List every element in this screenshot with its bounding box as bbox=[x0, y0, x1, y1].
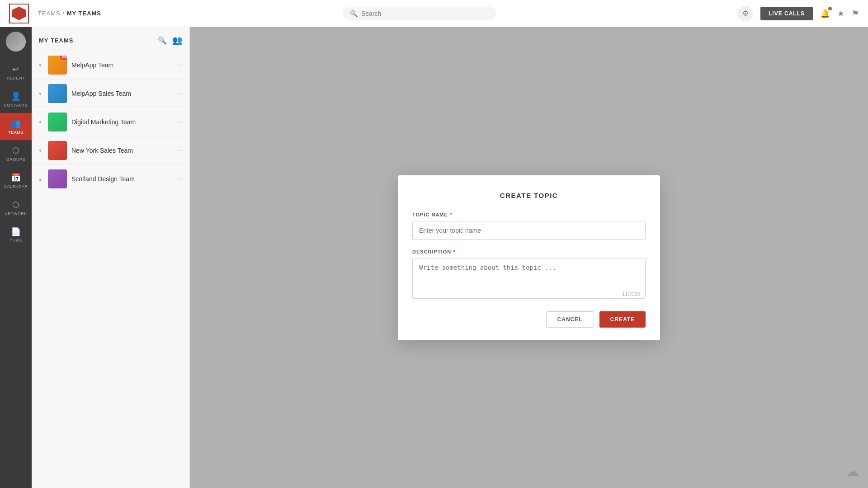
teams-search-button[interactable]: 🔍 bbox=[158, 36, 167, 45]
sidebar-item-teams[interactable]: 👥 TEAMS bbox=[0, 113, 32, 140]
bell-icon: 🔔 bbox=[820, 9, 830, 18]
chevron-down-icon: ▼ bbox=[38, 148, 43, 153]
panel-actions: 🔍 👥 bbox=[158, 35, 182, 45]
teams-icon: 👥 bbox=[11, 118, 21, 128]
team-more-button[interactable]: ··· bbox=[177, 175, 183, 183]
topic-name-input[interactable] bbox=[412, 221, 646, 240]
team-item[interactable]: ▼ New York Sales Team ··· bbox=[32, 136, 189, 165]
sidebar-item-recent[interactable]: ↩ RECENT bbox=[0, 59, 32, 86]
cancel-button[interactable]: CANCEL bbox=[546, 311, 594, 328]
live-calls-button[interactable]: LIVE CALLS bbox=[760, 7, 813, 20]
logo-icon bbox=[12, 7, 26, 20]
team-thumbnail bbox=[48, 169, 67, 188]
create-button[interactable]: CREATE bbox=[599, 311, 646, 328]
notification-badge bbox=[828, 7, 832, 10]
recent-icon: ↩ bbox=[12, 64, 19, 74]
contacts-icon: 👤 bbox=[11, 91, 21, 101]
avatar-image bbox=[6, 32, 26, 52]
sidebar-item-label: CONTACTS bbox=[4, 103, 28, 108]
sidebar-item-label: TEAMS bbox=[8, 130, 24, 135]
sidebar-item-calendar[interactable]: 📅 CALENDAR bbox=[0, 167, 32, 194]
calendar-icon: 📅 bbox=[11, 173, 21, 183]
groups-icon: ⬡ bbox=[12, 145, 20, 155]
sidebar-item-contacts[interactable]: 👤 CONTACTS bbox=[0, 86, 32, 113]
team-more-button[interactable]: ··· bbox=[177, 146, 183, 155]
flag-icon: ⚑ bbox=[852, 9, 859, 18]
modal-title: CREATE TOPIC bbox=[412, 192, 646, 199]
sidebar-item-groups[interactable]: ⬡ GrouPs bbox=[0, 140, 32, 167]
breadcrumb-teams: TEAMS bbox=[38, 10, 61, 17]
sidebar-item-label: RECENT bbox=[7, 76, 25, 80]
topnav: TEAMS / MY TEAMS 🔍 ⚙ LIVE CALLS 🔔 ★ ⚑ bbox=[0, 0, 868, 27]
teams-panel-header: MY TEAMS 🔍 👥 bbox=[32, 27, 189, 51]
sidebar-item-label: FILES bbox=[9, 239, 22, 243]
team-thumbnail bbox=[48, 84, 67, 103]
star-icon: ★ bbox=[837, 9, 844, 18]
team-thumbnail: Go bbox=[48, 56, 67, 75]
sidebar-item-network[interactable]: ⬡ NetWorK bbox=[0, 194, 32, 221]
team-name: MelpApp Sales Team bbox=[71, 90, 173, 97]
search-box[interactable]: 🔍 bbox=[343, 7, 496, 20]
search-icon: 🔍 bbox=[350, 10, 358, 17]
breadcrumb-active: MY TEAMS bbox=[67, 10, 101, 17]
team-name: New York Sales Team bbox=[71, 147, 173, 154]
flag-button[interactable]: ⚑ bbox=[852, 9, 859, 19]
team-thumbnail bbox=[48, 113, 67, 131]
team-name: MelpApp Team bbox=[71, 61, 173, 69]
sidebar-item-label: GrouPs bbox=[6, 157, 25, 162]
search-input[interactable] bbox=[361, 10, 489, 17]
sidebar-item-label: NetWorK bbox=[5, 211, 27, 216]
description-wrapper: 110/300 bbox=[412, 258, 646, 300]
network-icon: ⬡ bbox=[12, 200, 20, 210]
team-item[interactable]: ▼ MelpApp Sales Team ··· bbox=[32, 80, 189, 108]
sidebar-item-label: CALENDAR bbox=[4, 184, 28, 189]
create-topic-modal: CREATE TOPIC TOPIC NAME * DESCRIPTION * … bbox=[398, 175, 660, 340]
team-more-button[interactable]: ··· bbox=[177, 118, 183, 126]
gear-button[interactable]: ⚙ bbox=[738, 6, 753, 21]
content-area: ☁ SELECT A TEAM TO CONNECT Select teams … bbox=[190, 27, 868, 488]
files-icon: 📄 bbox=[11, 227, 21, 237]
sidebar-item-files[interactable]: 📄 FILES bbox=[0, 221, 32, 249]
team-item[interactable]: ▼ Digital Marketing Team ··· bbox=[32, 108, 189, 136]
topnav-right: ⚙ LIVE CALLS 🔔 ★ ⚑ bbox=[738, 6, 859, 21]
team-badge: Go bbox=[60, 56, 67, 60]
team-list: ▼ Go MelpApp Team ··· ▼ MelpApp Sales Te… bbox=[32, 51, 189, 488]
required-star: * bbox=[453, 249, 455, 254]
main-layout: ↩ RECENT 👤 CONTACTS 👥 TEAMS ⬡ GrouPs 📅 C… bbox=[0, 27, 868, 488]
teams-add-button[interactable]: 👥 bbox=[172, 35, 182, 45]
search-bar: 🔍 bbox=[101, 7, 738, 20]
chevron-down-icon: ▼ bbox=[38, 91, 43, 96]
breadcrumb-sep: / bbox=[61, 10, 67, 17]
modal-actions: CANCEL CREATE bbox=[412, 311, 646, 328]
teams-panel-title: MY TEAMS bbox=[39, 37, 73, 44]
team-name: Scotland Design Team bbox=[71, 175, 173, 183]
modal-overlay: CREATE TOPIC TOPIC NAME * DESCRIPTION * … bbox=[190, 27, 868, 488]
app-logo bbox=[9, 4, 29, 23]
avatar bbox=[6, 32, 26, 52]
gear-icon: ⚙ bbox=[742, 9, 749, 18]
chevron-down-icon: ▼ bbox=[38, 120, 43, 125]
chevron-down-icon: ▼ bbox=[38, 63, 43, 68]
breadcrumb: TEAMS / MY TEAMS bbox=[38, 10, 101, 17]
description-textarea[interactable] bbox=[412, 258, 646, 299]
team-item[interactable]: ▲ Scotland Design Team ··· bbox=[32, 165, 189, 193]
star-button[interactable]: ★ bbox=[837, 9, 844, 19]
topic-name-label: TOPIC NAME * bbox=[412, 212, 646, 217]
team-item[interactable]: ▼ Go MelpApp Team ··· bbox=[32, 51, 189, 80]
team-thumbnail bbox=[48, 141, 67, 160]
team-more-button[interactable]: ··· bbox=[177, 61, 183, 69]
team-more-button[interactable]: ··· bbox=[177, 89, 183, 98]
required-star: * bbox=[450, 212, 452, 217]
char-count: 110/300 bbox=[622, 291, 640, 297]
chevron-up-icon: ▲ bbox=[38, 177, 43, 182]
sidebar: ↩ RECENT 👤 CONTACTS 👥 TEAMS ⬡ GrouPs 📅 C… bbox=[0, 27, 32, 488]
description-label: DESCRIPTION * bbox=[412, 249, 646, 254]
bell-button[interactable]: 🔔 bbox=[820, 9, 830, 19]
teams-panel: MY TEAMS 🔍 👥 ▼ Go MelpApp Team ··· ▼ Mel… bbox=[32, 27, 190, 488]
team-name: Digital Marketing Team bbox=[71, 118, 173, 126]
